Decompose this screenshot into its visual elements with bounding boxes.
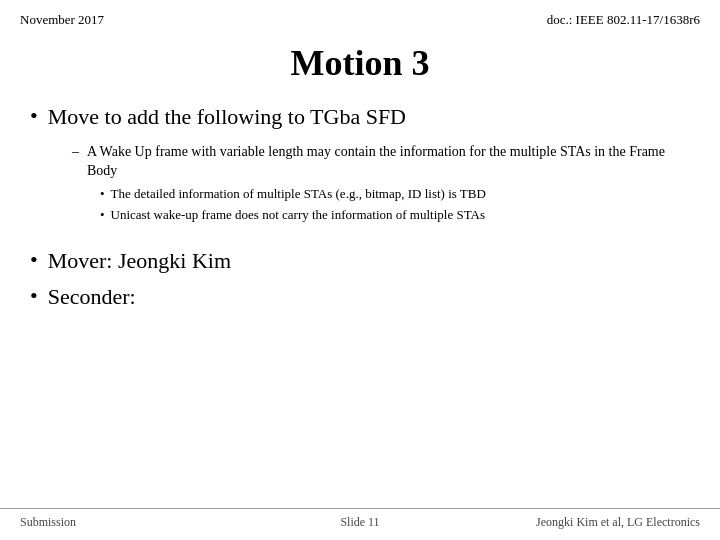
sub-bullet-1-text: A Wake Up frame with variable length may… [87, 142, 690, 181]
footer-submission: Submission [20, 515, 247, 530]
footer-author: Jeongki Kim et al, LG Electronics [473, 515, 700, 530]
header-date: November 2017 [20, 12, 104, 28]
bullet-3: • Seconder: [30, 282, 690, 312]
bullet-2-text: Mover: Jeongki Kim [48, 246, 231, 276]
footer: Submission Slide 11 Jeongki Kim et al, L… [0, 508, 720, 540]
header: November 2017 doc.: IEEE 802.11-17/1638r… [0, 0, 720, 32]
bottom-bullets: • Mover: Jeongki Kim • Seconder: [30, 246, 690, 311]
bullet-2-dot: • [30, 246, 38, 275]
bullet-1-dot: • [30, 102, 38, 131]
header-doc: doc.: IEEE 802.11-17/1638r6 [547, 12, 700, 28]
sub-sub-bullet-1-dot: • [100, 185, 105, 203]
bullet-3-text: Seconder: [48, 282, 136, 312]
bullet-1: • Move to add the following to TGba SFD [30, 102, 690, 132]
sub-bullet-1-dash: – [72, 142, 79, 162]
slide-title: Motion 3 [0, 42, 720, 84]
slide-content: • Move to add the following to TGba SFD … [0, 102, 720, 508]
bullet-3-dot: • [30, 282, 38, 311]
sub-sub-bullet-2: • Unicast wake-up frame does not carry t… [100, 206, 690, 224]
sub-sub-bullet-1: • The detailed information of multiple S… [100, 185, 690, 203]
sub-sub-bullet-2-text: Unicast wake-up frame does not carry the… [111, 206, 485, 224]
bullet-2: • Mover: Jeongki Kim [30, 246, 690, 276]
sub-bullet-1: – A Wake Up frame with variable length m… [72, 142, 690, 181]
footer-slide: Slide 11 [247, 515, 474, 530]
slide-container: November 2017 doc.: IEEE 802.11-17/1638r… [0, 0, 720, 540]
sub-sub-bullet-1-text: The detailed information of multiple STA… [111, 185, 486, 203]
sub-sub-bullet-2-dot: • [100, 206, 105, 224]
bullet-1-text: Move to add the following to TGba SFD [48, 102, 406, 132]
